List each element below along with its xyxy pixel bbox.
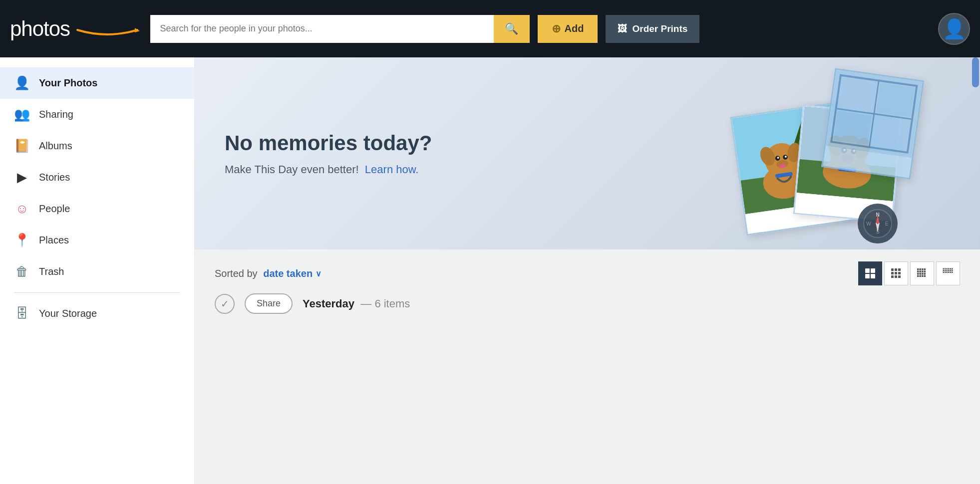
svg-rect-64 [922, 271, 924, 273]
photos-section: ✓ Share Yesterday — 6 items [195, 293, 980, 314]
sidebar-item-people[interactable]: ☺ People [0, 193, 194, 225]
svg-text:E: E [885, 221, 889, 227]
sidebar-item-places[interactable]: 📍 Places [0, 225, 194, 256]
stories-icon: ▶ [14, 170, 30, 185]
avatar-icon: 👤 [943, 18, 966, 40]
svg-rect-49 [891, 268, 894, 271]
sidebar-label-storage: Your Storage [39, 308, 97, 319]
svg-rect-84 [950, 270, 952, 271]
svg-rect-85 [952, 270, 953, 271]
places-icon: 📍 [14, 233, 30, 248]
svg-rect-34 [838, 77, 877, 112]
sidebar-item-sharing[interactable]: 👥 Sharing [0, 99, 194, 130]
search-icon: 🔍 [505, 22, 518, 35]
sidebar-label-sharing: Sharing [39, 109, 73, 120]
sharing-icon: 👥 [14, 107, 30, 122]
sidebar-label-places: Places [39, 235, 69, 246]
view-large-button[interactable] [858, 261, 882, 285]
sort-bar: Sorted by date taken ∨ [195, 249, 980, 293]
sidebar: 👤 Your Photos 👥 Sharing 📔 Albums ▶ Stori… [0, 57, 195, 484]
search-input[interactable] [150, 15, 494, 43]
view-medium-icon [891, 268, 902, 279]
svg-rect-50 [895, 268, 897, 271]
people-icon: ☺ [14, 201, 30, 217]
select-circle-button[interactable]: ✓ [215, 294, 235, 314]
section-count: 6 items [374, 297, 410, 310]
svg-rect-63 [920, 271, 922, 273]
avatar-button[interactable]: 👤 [938, 13, 970, 45]
svg-rect-67 [920, 273, 922, 275]
svg-rect-89 [948, 272, 950, 273]
sidebar-item-storage[interactable]: 🗄 Your Storage [0, 298, 194, 329]
svg-rect-77 [948, 268, 950, 270]
sidebar-item-your-photos[interactable]: 👤 Your Photos [0, 67, 194, 99]
svg-rect-80 [943, 270, 945, 271]
sidebar-item-albums[interactable]: 📔 Albums [0, 130, 194, 162]
svg-rect-76 [947, 268, 948, 270]
svg-rect-75 [945, 268, 946, 270]
sidebar-label-stories: Stories [39, 172, 70, 183]
svg-rect-57 [898, 275, 901, 278]
compass-decoration: N S W E [858, 204, 898, 243]
sidebar-item-stories[interactable]: ▶ Stories [0, 162, 194, 193]
sidebar-item-trash[interactable]: 🗑 Trash [0, 256, 194, 287]
order-prints-button[interactable]: 🖼 Order Prints [606, 15, 699, 43]
section-separator: — [360, 297, 374, 310]
svg-rect-70 [917, 275, 919, 277]
view-xsmall-button[interactable] [936, 261, 960, 285]
svg-rect-51 [898, 268, 901, 271]
svg-rect-35 [876, 82, 915, 117]
svg-rect-74 [943, 268, 945, 270]
svg-rect-91 [952, 272, 953, 273]
svg-rect-62 [917, 271, 919, 273]
hero-banner: No memories today? Make This Day even be… [195, 57, 980, 249]
window-photo [826, 69, 923, 158]
header: photos 🔍 ⊕ Add 🖼 Order Prints 👤 [0, 0, 980, 57]
svg-rect-71 [920, 275, 922, 277]
albums-icon: 📔 [14, 138, 30, 154]
svg-rect-47 [865, 274, 870, 278]
svg-text:W: W [866, 221, 871, 227]
svg-rect-37 [872, 116, 910, 150]
view-small-button[interactable] [910, 261, 934, 285]
storage-icon: 🗄 [14, 306, 30, 321]
svg-rect-72 [922, 275, 924, 277]
svg-rect-69 [924, 273, 926, 275]
polaroid-window [821, 68, 924, 179]
sort-value: date taken [263, 268, 313, 279]
scrollbar-indicator[interactable] [972, 57, 979, 87]
svg-rect-46 [871, 268, 875, 273]
svg-rect-56 [895, 275, 897, 278]
share-button[interactable]: Share [245, 293, 293, 314]
view-xsmall-icon [943, 268, 954, 279]
add-button[interactable]: ⊕ Add [538, 15, 598, 43]
logo-arrow-icon [72, 25, 142, 36]
logo[interactable]: photos [10, 18, 142, 39]
search-area: 🔍 [150, 15, 530, 43]
svg-rect-58 [917, 268, 919, 270]
view-small-icon [917, 268, 928, 279]
view-medium-button[interactable] [884, 261, 908, 285]
svg-rect-83 [948, 270, 950, 271]
svg-rect-90 [950, 272, 952, 273]
sidebar-label-people: People [39, 203, 70, 215]
svg-rect-86 [943, 272, 945, 273]
hero-title: No memories today? [225, 131, 432, 155]
sort-caret-icon: ∨ [316, 269, 322, 278]
main-layout: 👤 Your Photos 👥 Sharing 📔 Albums ▶ Stori… [0, 57, 980, 484]
hero-learn-link[interactable]: Learn how. [365, 163, 419, 176]
svg-rect-52 [891, 272, 894, 274]
content-area: No memories today? Make This Day even be… [195, 57, 980, 484]
prints-icon: 🖼 [618, 23, 627, 34]
add-label: Add [565, 23, 584, 34]
search-button[interactable]: 🔍 [494, 15, 530, 43]
svg-rect-88 [947, 272, 948, 273]
section-title: Yesterday — 6 items [303, 297, 410, 310]
svg-rect-81 [945, 270, 946, 271]
svg-rect-68 [922, 273, 924, 275]
compass-icon: N S W E [863, 209, 893, 239]
svg-rect-65 [924, 271, 926, 273]
sort-dropdown[interactable]: Sorted by date taken ∨ [215, 268, 322, 279]
section-header: ✓ Share Yesterday — 6 items [215, 293, 960, 314]
svg-rect-87 [945, 272, 946, 273]
